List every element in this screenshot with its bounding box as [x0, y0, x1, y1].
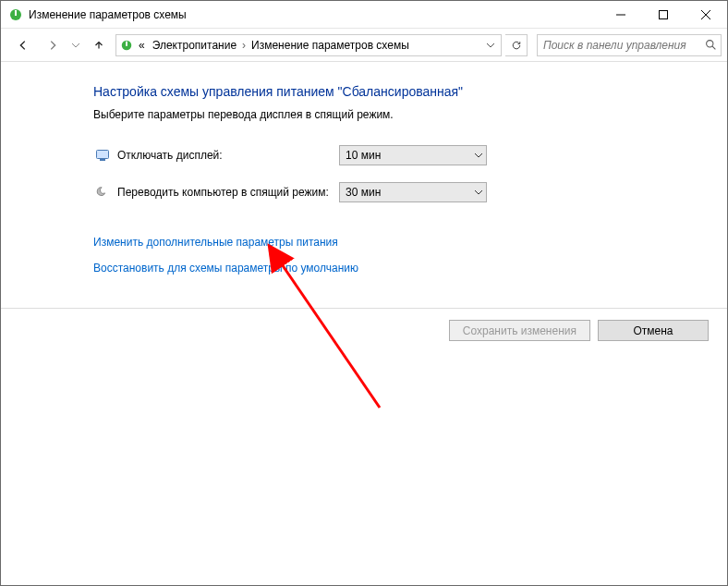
- save-button: Сохранить изменения: [449, 320, 590, 341]
- sleep-value: 30 мин: [346, 186, 381, 199]
- display-off-value: 10 мин: [346, 149, 381, 162]
- close-button[interactable]: [685, 1, 727, 29]
- link-advanced-settings[interactable]: Изменить дополнительные параметры питани…: [93, 236, 338, 249]
- breadcrumb-prefix[interactable]: «: [135, 39, 149, 52]
- page-heading: Настройка схемы управления питанием "Сба…: [93, 84, 709, 99]
- svg-rect-1: [15, 10, 17, 16]
- svg-point-8: [706, 41, 712, 47]
- chevron-down-icon: [475, 149, 482, 162]
- breadcrumb-edit-plan[interactable]: Изменение параметров схемы: [248, 39, 413, 52]
- svg-rect-10: [97, 151, 109, 159]
- search-icon[interactable]: [700, 39, 721, 51]
- link-restore-defaults[interactable]: Восстановить для схемы параметры по умол…: [93, 262, 358, 275]
- minimize-button[interactable]: [600, 1, 642, 29]
- back-button[interactable]: [10, 32, 36, 58]
- search-box[interactable]: [537, 34, 722, 56]
- up-button[interactable]: [86, 32, 112, 58]
- breadcrumb[interactable]: « Электропитание › Изменение параметров …: [115, 34, 502, 56]
- chevron-down-icon: [475, 186, 482, 199]
- moon-icon: [93, 185, 112, 200]
- breadcrumb-power[interactable]: Электропитание: [149, 39, 240, 52]
- monitor-icon: [93, 148, 112, 163]
- svg-rect-3: [660, 10, 668, 18]
- power-options-icon: [118, 39, 135, 52]
- refresh-button[interactable]: [505, 34, 528, 56]
- titlebar: Изменение параметров схемы: [1, 1, 727, 29]
- display-off-label: Отключать дисплей:: [117, 149, 339, 162]
- chevron-right-icon: ›: [240, 39, 248, 52]
- navbar: « Электропитание › Изменение параметров …: [1, 29, 727, 62]
- breadcrumb-dropdown-icon[interactable]: [482, 42, 499, 49]
- svg-rect-7: [126, 41, 127, 45]
- search-input[interactable]: [538, 39, 700, 52]
- content-area: Настройка схемы управления питанием "Сба…: [1, 62, 727, 287]
- svg-line-9: [712, 46, 715, 49]
- sleep-label: Переводить компьютер в спящий режим:: [117, 186, 339, 199]
- window-title: Изменение параметров схемы: [29, 8, 187, 21]
- page-subtext: Выберите параметры перевода дисплея в сп…: [93, 108, 709, 121]
- button-row: Сохранить изменения Отмена: [1, 308, 727, 341]
- cancel-button[interactable]: Отмена: [598, 320, 709, 341]
- history-dropdown-icon[interactable]: [69, 42, 82, 49]
- power-options-icon: [8, 7, 23, 22]
- svg-rect-11: [100, 159, 105, 161]
- sleep-combo[interactable]: 30 мин: [339, 182, 487, 202]
- setting-sleep: Переводить компьютер в спящий режим: 30 …: [93, 182, 709, 202]
- setting-display-off: Отключать дисплей: 10 мин: [93, 145, 709, 165]
- forward-button: [40, 32, 66, 58]
- display-off-combo[interactable]: 10 мин: [339, 145, 487, 165]
- maximize-button[interactable]: [642, 1, 685, 29]
